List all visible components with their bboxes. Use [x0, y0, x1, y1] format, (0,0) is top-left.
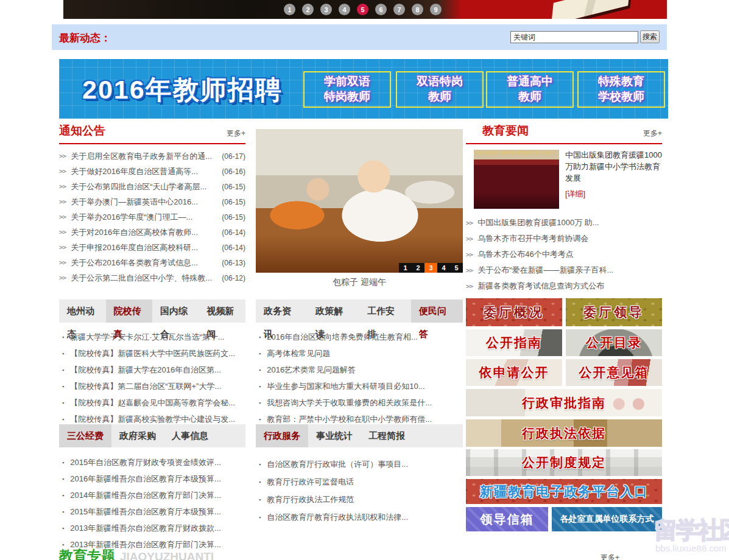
button-xingzheng-zhifa-yiju[interactable]: 行政执法依据	[466, 419, 662, 447]
tab-xingzheng-fuwu[interactable]: 行政服务	[256, 424, 308, 447]
tab-gongzuo-anpai[interactable]: 工作安排	[359, 299, 411, 323]
bullet-marker: ▪	[62, 416, 64, 422]
list-item: >>关于公布2016年各类教育考试信息...(06-13)	[59, 255, 245, 270]
list-item: ▪教育厅行政许可监督电话	[256, 473, 463, 491]
banner-page-dot[interactable]: 9	[430, 4, 442, 15]
list-item: >>乌鲁木齐市召开中考考前协调会	[466, 231, 662, 247]
list-item: ▪2016艺术类常见问题解答	[256, 362, 463, 378]
notices-title: 通知公告	[59, 123, 105, 139]
list-item: ▪2016年新疆维吾尔自治区教育厅本级预算...	[59, 471, 245, 487]
carousel-photo[interactable]: 1 2 3 4 5	[256, 129, 463, 273]
notices-more-link[interactable]: 更多+	[227, 128, 245, 139]
topics-more-link[interactable]: 更多+	[600, 553, 619, 560]
edu-news-title: 教育要闻	[482, 123, 529, 139]
recruit-button-highschool[interactable]: 普通高中 教师	[486, 71, 574, 108]
item-date: (06-17)	[222, 152, 245, 161]
tab-yuanxiao-chuanzhen[interactable]: 院校传真	[106, 299, 153, 323]
bullet-marker: ▪	[259, 514, 261, 520]
latest-news-bar: 最新动态： 搜索	[52, 24, 667, 50]
bullet-marker: ▪	[259, 334, 261, 340]
tab-sangong-jingfei[interactable]: 三公经费	[59, 424, 111, 447]
tab-zhengfu-caigou[interactable]: 政府采购	[111, 424, 164, 447]
admin-tabbar: 行政服务 事业统计 工程简报	[256, 424, 463, 447]
button-contact-list[interactable]: 各处室直属单位联系方式	[552, 507, 662, 531]
recruit-button-bilingual[interactable]: 双语特岗 教师	[396, 71, 484, 108]
button-yishenqing-gongkai[interactable]: 依申请公开	[466, 359, 562, 386]
gov-tabbar: 政务资讯 政策解读 工作安排 便民问答	[256, 299, 463, 323]
carousel-page[interactable]: 4	[437, 263, 450, 273]
arrow-marker: >>	[59, 167, 66, 175]
banner-page-dot[interactable]: 2	[302, 4, 314, 15]
button-weiting-gaikuang[interactable]: 委厅概况	[466, 298, 562, 326]
list-item: ▪我想咨询大学关于收取重修费的相关政策是什...	[256, 394, 463, 411]
watermark-title: 留学社区	[654, 515, 729, 546]
item-date: (06-13)	[222, 259, 245, 267]
featured-title[interactable]: 中国出版集团教育援疆1000万助力新疆中小学书法教育发展	[565, 150, 662, 184]
carousel-caption[interactable]: 包粽子 迎端午	[256, 277, 463, 288]
banner-page-dot[interactable]: 6	[375, 4, 387, 15]
notices-list: >>关于启用全区教育电子政务新平台的通...(06-17) >>关于做好2016…	[59, 149, 245, 285]
tab-zhengwu-zixun[interactable]: 政务资讯	[256, 299, 308, 323]
banner-page-dot[interactable]: 8	[412, 4, 423, 15]
bullet-marker: ▪	[259, 461, 261, 467]
bullet-marker: ▪	[62, 460, 64, 466]
list-item: ▪【院校传真】新疆大学在2016年自治区第...	[59, 362, 245, 378]
banner-page-dot[interactable]: 3	[320, 4, 332, 15]
carousel-page[interactable]: 2	[412, 263, 424, 273]
arrow-marker: >>	[466, 235, 473, 243]
button-gongkai-yijianxiang[interactable]: 公开意见箱	[566, 359, 662, 386]
gov-disclosure-sidebar: 委厅概况 委厅领导 公开指南 公开目录 依申请公开 公开意见箱 行政审批指南 行…	[466, 298, 662, 531]
list-item: ▪毕业生参与国家和地方重大科研项目必知10...	[256, 378, 463, 394]
tab-gongcheng-jianbao[interactable]: 工程简报	[361, 424, 413, 447]
detail-link[interactable]: [详细]	[565, 189, 585, 200]
featured-thumbnail[interactable]: 中国出版集团—新疆书法教育援疆工程 启动仪式	[474, 150, 559, 209]
list-item: >>关于做好2016年度自治区普通高等...(06-16)	[59, 164, 245, 179]
tab-guonei-zonghe[interactable]: 国内综合	[152, 299, 199, 323]
open-book-image	[551, 0, 630, 19]
item-date: (06-15)	[222, 213, 245, 222]
edu-news-more-link[interactable]: 更多+	[643, 128, 662, 139]
search-button[interactable]: 搜索	[640, 30, 660, 43]
tab-renshi-xinxi[interactable]: 人事信息	[164, 424, 216, 447]
arrow-marker: >>	[466, 219, 473, 227]
banner-page-dot[interactable]: 4	[339, 4, 350, 15]
banner-page-dot-active[interactable]: 5	[357, 4, 368, 15]
button-weiting-lingdao[interactable]: 委厅领导	[566, 298, 662, 326]
button-gongkai-zhinan[interactable]: 公开指南	[466, 329, 562, 356]
banner-page-dot[interactable]: 7	[393, 4, 405, 15]
carousel-page[interactable]: 1	[399, 263, 412, 273]
bullet-marker: ▪	[259, 351, 261, 357]
edu-news-list: >>中国出版集团教育援疆1000万 助... >>乌鲁木齐市召开中考考前协调会 …	[466, 215, 662, 294]
list-item: >>乌鲁木齐公布46个中考考点	[466, 247, 662, 262]
list-item: >>新疆各类教育考试信息查询方式公布	[466, 278, 662, 294]
carousel-page[interactable]: 5	[450, 263, 463, 273]
arrow-marker: >>	[466, 267, 473, 275]
admin-list: ▪自治区教育厅行政审批（许可）事项目... ▪教育厅行政许可监督电话 ▪教育厅行…	[256, 455, 463, 526]
recruit-banner-title: 2016年教师招聘	[82, 72, 283, 108]
bullet-marker: ▪	[62, 367, 64, 373]
featured-text-block: 中国出版集团教育援疆1000万助力新疆中小学书法教育发展 [详细]	[565, 150, 662, 209]
button-gongkai-zhidu-guiding[interactable]: 公开制度规定	[466, 449, 662, 476]
item-date: (06-16)	[222, 167, 245, 176]
tab-shipin-xinwen[interactable]: 视频新闻	[199, 299, 246, 323]
finance-tabbar: 三公经费 政府采购 人事信息	[59, 424, 245, 447]
tab-zhengce-jiedu[interactable]: 政策解读	[308, 299, 359, 323]
button-xingzheng-shenpi-zhinan[interactable]: 行政审批指南	[466, 389, 662, 416]
button-lingdao-xinxiang[interactable]: 领导信箱	[466, 507, 548, 531]
tab-dizhou-dongtai[interactable]: 地州动态	[59, 299, 106, 323]
watermark-url: bbs.liuxue86.com	[655, 543, 727, 553]
arrow-marker: >>	[59, 183, 66, 191]
button-egov-portal[interactable]: 新疆教育电子政务平台入口	[466, 479, 662, 504]
recruit-button-preschool[interactable]: 学前双语 特岗教师	[303, 71, 391, 108]
tab-bianmin-wenda[interactable]: 便民问答	[411, 299, 463, 323]
recruit-button-special[interactable]: 特殊教育 学校教师	[577, 71, 665, 108]
search-input[interactable]	[510, 31, 638, 43]
tab-shiye-tongji[interactable]: 事业统计	[308, 424, 361, 447]
carousel-page-active[interactable]: 3	[424, 263, 437, 273]
list-item: >>关于启用全区教育电子政务新平台的通...(06-17)	[59, 149, 245, 164]
finance-list: ▪2015年自治区教育厅财政专项资金绩效评... ▪2016年新疆维吾尔自治区教…	[59, 454, 245, 553]
bullet-marker: ▪	[259, 479, 261, 485]
button-gongkai-mulu[interactable]: 公开目录	[566, 329, 662, 356]
banner-page-dot[interactable]: 1	[284, 4, 295, 15]
arrow-marker: >>	[59, 243, 66, 251]
